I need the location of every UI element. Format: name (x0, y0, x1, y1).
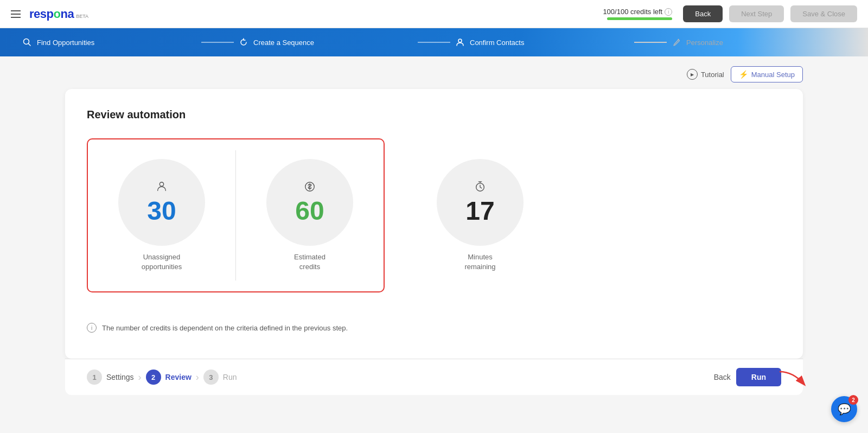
sub-step-1-num: 1 (87, 370, 102, 385)
stats-highlighted-group: 30 Unassignedopportunities 60 Estimated (87, 138, 385, 292)
timer-stat-icon (474, 181, 486, 195)
credits-value: 100/100 credits left (603, 8, 662, 16)
search-icon (22, 37, 33, 48)
step-contacts-label: Confirm Contacts (470, 39, 524, 47)
stat-circle-unassigned: 30 (118, 159, 205, 246)
next-step-button: Next Step (729, 5, 784, 22)
person-stat-icon (156, 181, 168, 195)
bottom-actions: Back Run (714, 368, 781, 386)
info-note: i The number of credits is dependent on … (87, 314, 781, 337)
header: respona BETA 100/100 credits left i Back… (0, 0, 868, 28)
credits-number: 60 (295, 198, 324, 224)
logo: respona BETA (29, 7, 88, 21)
svg-line-1 (29, 44, 31, 46)
stat-minutes: 17 Minutesremaining (406, 139, 554, 291)
stats-row: 30 Unassignedopportunities 60 Estimated (87, 138, 781, 292)
minutes-number: 17 (465, 198, 494, 224)
play-icon: ▶ (687, 69, 698, 80)
step-sequence-label: Create a Sequence (253, 39, 314, 47)
step-confirm-contacts[interactable]: Confirm Contacts (455, 37, 630, 48)
info-note-text: The number of credits is dependent on th… (102, 324, 348, 332)
sub-step-arrow-1: › (138, 372, 142, 383)
manual-setup-button[interactable]: ⚡ Manual Setup (731, 66, 803, 82)
step-divider-2 (418, 42, 450, 43)
run-button[interactable]: Run (736, 368, 781, 386)
svg-point-3 (159, 182, 163, 186)
sub-step-run[interactable]: 3 Run (203, 370, 237, 385)
edit-icon (671, 37, 682, 48)
sub-step-review[interactable]: 2 Review (146, 370, 192, 385)
svg-point-2 (458, 39, 462, 42)
bottom-strip-wrapper: 1 Settings › 2 Review › 3 Run Back Run (0, 359, 868, 395)
main-card: Review automation 30 Unassignedopportuni… (65, 89, 803, 359)
logo-text: respona (29, 7, 74, 21)
step-divider-1 (201, 42, 234, 43)
step-personalize-label: Personalize (686, 39, 723, 47)
credits-bar-fill (607, 17, 672, 20)
dollar-stat-icon (304, 181, 316, 195)
sub-steps: 1 Settings › 2 Review › 3 Run (87, 370, 714, 385)
manual-setup-label: Manual Setup (751, 71, 795, 79)
step-find-label: Find Opportunities (37, 39, 94, 47)
card-title: Review automation (87, 109, 781, 121)
tutorial-label: Tutorial (701, 71, 724, 79)
hamburger-menu[interactable] (11, 10, 21, 18)
stepper-bar: Find Opportunities Create a Sequence Con… (0, 28, 868, 56)
logo-beta: BETA (76, 14, 88, 19)
stat-credits: 60 Estimatedcredits (236, 139, 384, 291)
unassigned-label: Unassignedopportunities (142, 252, 182, 272)
sub-step-3-num: 3 (203, 370, 219, 385)
back-button[interactable]: Back (683, 5, 723, 22)
chat-badge: 2 (848, 395, 858, 405)
person-icon (455, 37, 465, 48)
step-create-sequence[interactable]: Create a Sequence (238, 37, 413, 48)
chat-icon: 💬 (838, 403, 851, 416)
bolt-icon: ⚡ (739, 70, 748, 79)
credits-info: 100/100 credits left i (603, 8, 672, 20)
unassigned-number: 30 (147, 198, 176, 224)
stat-circle-minutes: 17 (437, 159, 524, 246)
bottom-back-button[interactable]: Back (714, 373, 731, 381)
credits-bar (607, 17, 672, 20)
sub-step-3-label: Run (223, 373, 237, 381)
sub-step-arrow-2: › (196, 372, 199, 383)
stat-circle-credits: 60 (266, 159, 353, 246)
bottom-strip: 1 Settings › 2 Review › 3 Run Back Run (65, 359, 803, 395)
sub-step-2-label: Review (165, 373, 192, 381)
sub-step-settings[interactable]: 1 Settings (87, 370, 134, 385)
minutes-label: Minutesremaining (464, 252, 495, 272)
red-arrow-annotation (777, 369, 809, 391)
info-note-icon: i (87, 323, 97, 333)
sub-step-2-num: 2 (146, 370, 161, 385)
step-find-opportunities[interactable]: Find Opportunities (22, 37, 197, 48)
credits-info-icon: i (665, 8, 672, 16)
tutorial-link[interactable]: ▶ Tutorial (687, 69, 724, 80)
step-divider-3 (634, 42, 667, 43)
credits-text: 100/100 credits left i (603, 8, 672, 16)
sub-step-1-label: Settings (106, 373, 134, 381)
save-close-button: Save & Close (790, 5, 857, 22)
action-bar: ▶ Tutorial ⚡ Manual Setup (0, 56, 868, 89)
credits-label: Estimatedcredits (294, 252, 326, 272)
header-right: 100/100 credits left i Back Next Step Sa… (603, 5, 857, 22)
step-personalize[interactable]: Personalize (671, 37, 846, 48)
stat-unassigned: 30 Unassignedopportunities (88, 139, 235, 291)
refresh-icon (238, 37, 249, 48)
chat-bubble[interactable]: 💬 2 (831, 396, 857, 422)
